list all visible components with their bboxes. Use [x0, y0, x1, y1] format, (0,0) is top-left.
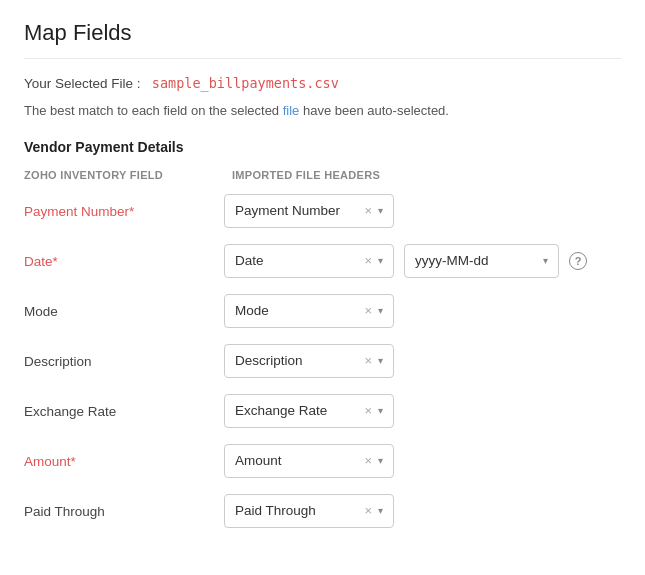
- date-format-dropdown[interactable]: yyyy-MM-dd ▾: [404, 244, 559, 278]
- col-header-field: ZOHO INVENTORY FIELD: [24, 169, 224, 181]
- date-help-icon[interactable]: ?: [569, 252, 587, 270]
- date-dropdown[interactable]: Date × ▾: [224, 244, 394, 278]
- field-row-date: Date* Date × ▾ yyyy-MM-dd ▾ ?: [24, 243, 621, 279]
- field-row-description: Description Description × ▾: [24, 343, 621, 379]
- field-controls-date: Date × ▾ yyyy-MM-dd ▾ ?: [224, 244, 621, 278]
- field-row-amount: Amount* Amount × ▾: [24, 443, 621, 479]
- field-controls-paid-through: Paid Through × ▾: [224, 494, 621, 528]
- date-format-chevron-icon: ▾: [543, 255, 548, 266]
- exchange-rate-value: Exchange Rate: [235, 403, 364, 418]
- paid-through-dropdown[interactable]: Paid Through × ▾: [224, 494, 394, 528]
- exchange-rate-chevron-icon: ▾: [378, 405, 383, 416]
- field-row-exchange-rate: Exchange Rate Exchange Rate × ▾: [24, 393, 621, 429]
- date-format-value: yyyy-MM-dd: [415, 253, 489, 268]
- field-controls-description: Description × ▾: [224, 344, 621, 378]
- mode-clear-icon[interactable]: ×: [364, 303, 372, 318]
- mode-dropdown[interactable]: Mode × ▾: [224, 294, 394, 328]
- field-label-description: Description: [24, 352, 224, 369]
- amount-value: Amount: [235, 453, 364, 468]
- mode-value: Mode: [235, 303, 364, 318]
- field-label-exchange-rate: Exchange Rate: [24, 402, 224, 419]
- date-chevron-icon: ▾: [378, 255, 383, 266]
- description-dropdown[interactable]: Description × ▾: [224, 344, 394, 378]
- field-controls-mode: Mode × ▾: [224, 294, 621, 328]
- payment-number-value: Payment Number: [235, 203, 364, 218]
- page-container: Map Fields Your Selected File : sample_b…: [0, 0, 645, 563]
- column-headers: ZOHO INVENTORY FIELD IMPORTED FILE HEADE…: [24, 169, 621, 185]
- file-name: sample_billpayments.csv: [152, 75, 339, 91]
- date-clear-icon[interactable]: ×: [364, 253, 372, 268]
- exchange-rate-clear-icon[interactable]: ×: [364, 403, 372, 418]
- field-controls-amount: Amount × ▾: [224, 444, 621, 478]
- exchange-rate-dropdown[interactable]: Exchange Rate × ▾: [224, 394, 394, 428]
- mode-chevron-icon: ▾: [378, 305, 383, 316]
- payment-number-dropdown[interactable]: Payment Number × ▾: [224, 194, 394, 228]
- field-controls-exchange-rate: Exchange Rate × ▾: [224, 394, 621, 428]
- paid-through-clear-icon[interactable]: ×: [364, 503, 372, 518]
- amount-clear-icon[interactable]: ×: [364, 453, 372, 468]
- file-info: Your Selected File : sample_billpayments…: [24, 75, 621, 91]
- amount-chevron-icon: ▾: [378, 455, 383, 466]
- description-chevron-icon: ▾: [378, 355, 383, 366]
- field-label-paid-through: Paid Through: [24, 502, 224, 519]
- page-title: Map Fields: [24, 20, 621, 59]
- note-highlight: file: [283, 103, 300, 118]
- field-label-date: Date*: [24, 252, 224, 269]
- field-label-amount: Amount*: [24, 452, 224, 469]
- paid-through-chevron-icon: ▾: [378, 505, 383, 516]
- section-title: Vendor Payment Details: [24, 139, 621, 155]
- field-row-mode: Mode Mode × ▾: [24, 293, 621, 329]
- auto-select-note: The best match to each field on the sele…: [24, 101, 621, 121]
- description-clear-icon[interactable]: ×: [364, 353, 372, 368]
- field-label-mode: Mode: [24, 302, 224, 319]
- field-controls-payment-number: Payment Number × ▾: [224, 194, 621, 228]
- field-row-payment-number: Payment Number* Payment Number × ▾: [24, 193, 621, 229]
- note-text-after: have been auto-selected.: [299, 103, 449, 118]
- file-info-label: Your Selected File :: [24, 76, 141, 91]
- payment-number-clear-icon[interactable]: ×: [364, 203, 372, 218]
- description-value: Description: [235, 353, 364, 368]
- field-row-paid-through: Paid Through Paid Through × ▾: [24, 493, 621, 529]
- amount-dropdown[interactable]: Amount × ▾: [224, 444, 394, 478]
- field-label-payment-number: Payment Number*: [24, 202, 224, 219]
- note-text-before: The best match to each field on the sele…: [24, 103, 283, 118]
- payment-number-chevron-icon: ▾: [378, 205, 383, 216]
- paid-through-value: Paid Through: [235, 503, 364, 518]
- date-value: Date: [235, 253, 364, 268]
- col-header-imported: IMPORTED FILE HEADERS: [232, 169, 380, 181]
